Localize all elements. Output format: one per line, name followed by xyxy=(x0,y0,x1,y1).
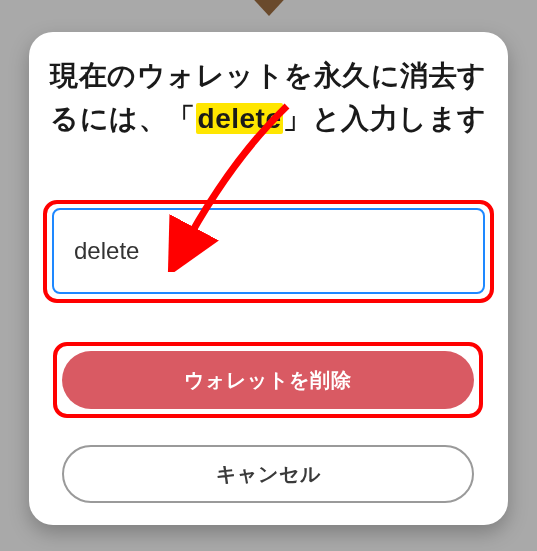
confirm-delete-dialog: 現在のウォレットを永久に消去するには、「delete」と入力します ウォレットを… xyxy=(29,32,508,525)
delete-confirm-input[interactable] xyxy=(72,236,465,266)
cancel-button[interactable]: キャンセル xyxy=(62,445,474,503)
background-graphic xyxy=(245,0,293,16)
dialog-title: 現在のウォレットを永久に消去するには、「delete」と入力します xyxy=(49,54,488,141)
dialog-title-suffix: 」と入力します xyxy=(283,103,487,134)
delete-wallet-button[interactable]: ウォレットを削除 xyxy=(62,351,474,409)
delete-confirm-input-wrapper[interactable] xyxy=(52,208,485,294)
dialog-title-keyword: delete xyxy=(196,103,284,134)
